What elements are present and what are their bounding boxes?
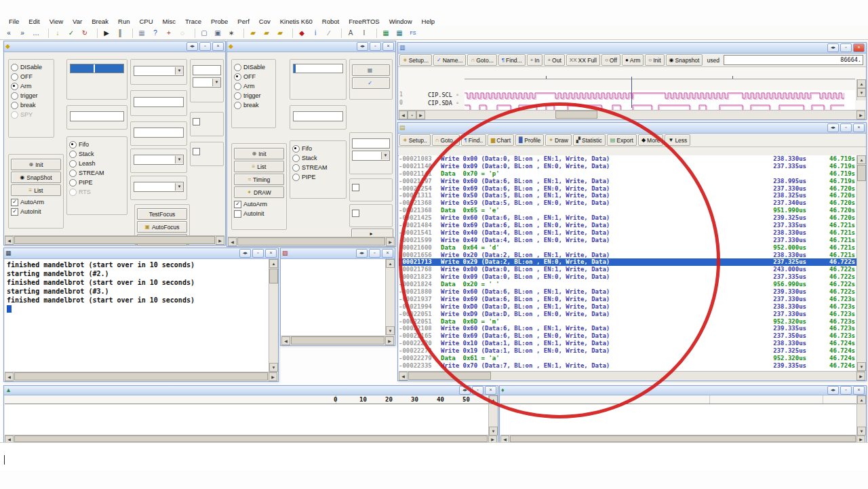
letter-i-icon[interactable]: I — [358, 27, 370, 39]
canalyzer-state-trigger[interactable]: trigger — [9, 91, 54, 100]
nav-back-icon[interactable]: « — [3, 27, 15, 39]
horizontal-scrollbar[interactable]: ◀ ▶ — [5, 235, 224, 244]
access-dropdown[interactable]: ▼ — [134, 66, 184, 76]
scroll-up-icon[interactable]: ▲ — [386, 259, 395, 268]
protocol-row[interactable]: -00021713Write 0x29 (Data:2, BL:on , EN:… — [399, 258, 856, 266]
ciprobe-state-break[interactable]: break — [232, 100, 275, 110]
window-maximize-button[interactable]: ▫ — [252, 249, 264, 258]
protocol-more-button[interactable]: ◆More — [638, 134, 664, 146]
horizontal-scrollbar[interactable]: ◀ ▶ — [5, 435, 497, 442]
protocol-row[interactable]: -00021484Write 0x69 (Data:6, BL:on , EN:… — [399, 222, 856, 229]
window-list-icon[interactable]: ▢ — [198, 27, 210, 39]
window-maximize-button[interactable]: ▫ — [840, 386, 852, 395]
ciprobe-draw-button[interactable]: ✦DRAW — [234, 187, 284, 198]
scroll-up-icon[interactable]: ▲ — [269, 259, 278, 268]
scrollbar-thumb[interactable] — [14, 435, 488, 442]
tdelay-field[interactable] — [193, 65, 221, 75]
window-dock-button[interactable]: ◂▸ — [827, 123, 839, 132]
scrollbar-thumb[interactable] — [510, 435, 856, 442]
timing-arm-button[interactable]: ●Arm — [622, 54, 644, 66]
ciprobe-titlebar[interactable]: ◆ ◂▸▫× — [227, 41, 395, 52]
protocol-row[interactable]: -00021425Write 0x60 (Data:6, BL:on , EN:… — [399, 214, 856, 222]
canalyzer-list-button[interactable]: ≡List — [11, 184, 61, 196]
menu-item-cov[interactable]: Cov — [254, 17, 275, 26]
canalyzer-mode-fifo[interactable]: Fifo — [67, 140, 127, 149]
canalyzer-state-break[interactable]: break — [9, 100, 54, 110]
canalyzer-mode-leash[interactable]: Leash — [67, 159, 127, 168]
nav-forward-icon[interactable]: » — [16, 27, 28, 39]
name-button[interactable]: ✓ — [352, 77, 390, 89]
scroll-left-icon[interactable]: ◀ — [281, 336, 290, 345]
protocol-row[interactable]: -00022220Write 0x10 (Data:1, BL:on , EN:… — [399, 340, 856, 347]
timing-titlebar[interactable]: ▥ ◂▸▫× — [398, 43, 866, 54]
menu-item-kinetis-k60[interactable]: Kinetis K60 — [275, 17, 317, 26]
canalyzer-state-arm[interactable]: Arm — [9, 81, 54, 91]
fs-icon[interactable]: FS — [407, 27, 419, 39]
tdelay-field[interactable] — [352, 138, 390, 149]
window-dock-button[interactable]: ◂▸ — [827, 43, 839, 52]
window-dock-button[interactable]: ◂▸ — [827, 386, 839, 395]
menu-item-window[interactable]: Window — [384, 17, 417, 26]
varwatch-icon[interactable]: + — [163, 27, 175, 39]
window-maximize-button[interactable]: ▫ — [369, 249, 380, 258]
scroll-right-icon[interactable]: ▶ — [385, 336, 394, 345]
window-close-button[interactable]: × — [212, 42, 224, 51]
trace-cursor-line[interactable] — [631, 77, 632, 108]
tout-busa-checkbox[interactable] — [350, 208, 392, 218]
scroll-right2-icon[interactable]: ▶ — [856, 111, 865, 119]
protocol-row[interactable]: -00021368Write 0x59 (Data:5, BL:on , EN:… — [399, 199, 856, 207]
tselect-busa-checkbox[interactable] — [350, 182, 392, 192]
protocol-row[interactable]: -00022051Data 0x6D = 'm'952.320us46.723s — [399, 318, 856, 326]
ciprobe-list-button[interactable]: ≡List — [234, 161, 284, 172]
scrollbar-thumb[interactable] — [237, 237, 385, 246]
command-line-area[interactable] — [0, 442, 868, 470]
canalyzer-state-disable[interactable]: DISable — [9, 62, 54, 72]
window-dock-button[interactable]: ◂▸ — [357, 42, 368, 51]
canalyzer-autoinit-checkbox[interactable]: ✓AutoInit — [9, 207, 63, 216]
ciprobe-autoinit-checkbox[interactable]: AutoInit — [232, 209, 286, 218]
window-close-button[interactable]: × — [853, 386, 865, 395]
horizontal-scrollbar[interactable]: ◀ ▶ — [399, 371, 865, 380]
protocol-setup-button[interactable]: ∗Setup.. — [399, 134, 431, 146]
ciprobe-state-trigger[interactable]: trigger — [232, 91, 275, 100]
threshold-dropdown[interactable]: ▼ — [134, 155, 184, 165]
protocol-profile-button[interactable]: ▉Profile — [515, 134, 544, 146]
timing-off-button[interactable]: ○Off — [601, 54, 620, 66]
scrollbar-thumb[interactable] — [14, 372, 268, 380]
timing-find-button[interactable]: ¶Find... — [498, 54, 526, 66]
canalyzer-testfocus-button[interactable]: TestFocus — [137, 208, 187, 220]
ciprobe-mode-fifo[interactable]: Fifo — [290, 144, 346, 153]
protocol-goto-button[interactable]: ∩Goto.. — [432, 134, 460, 146]
window-dock-button[interactable]: ◂▸ — [356, 249, 368, 258]
ciprobe-state-arm[interactable]: Arm — [232, 81, 275, 91]
protocol-row[interactable]: -00021311Write 0x50 (Data:5, BL:on , EN:… — [399, 192, 856, 199]
scroll-left-icon[interactable]: ◀ — [228, 237, 237, 246]
scroll-left-icon[interactable]: ◀ — [399, 111, 408, 119]
timing-out-button[interactable]: +Out — [544, 54, 564, 66]
protocol-row[interactable]: -00022279Data 0x61 = 'a'952.320us46.724s — [399, 355, 856, 362]
menu-item-perf[interactable]: Perf — [233, 17, 254, 26]
menu-item-cpu[interactable]: CPU — [134, 17, 157, 26]
scroll-right-icon[interactable]: ▶ — [386, 237, 395, 246]
menu-item-misc[interactable]: Misc — [158, 17, 181, 26]
window-dock-button[interactable]: ◂▸ — [186, 42, 198, 51]
protocol-row[interactable]: -00021083Write 0x00 (Data:0, BL:on , EN:… — [399, 155, 856, 163]
canalyzer-mode-pipe[interactable]: PIPE — [67, 178, 127, 187]
termination-dropdown[interactable]: ▼ — [134, 182, 184, 192]
break-pause-icon[interactable]: ║ — [114, 27, 126, 39]
canalyzer-init-button[interactable]: ⊕Init — [11, 159, 61, 170]
protocol-draw-button[interactable]: ✦Draw — [545, 134, 572, 146]
scroll-right-icon[interactable]: ▶ — [216, 236, 224, 245]
letter-a-icon[interactable]: A — [344, 27, 357, 39]
canalyzer-titlebar[interactable]: ◆ ◂▸▫× — [4, 41, 225, 52]
tout-busa-checkbox[interactable] — [191, 146, 223, 156]
protocol-row[interactable]: -00021368Data 0x65 = 'e'951.990us46.720s — [399, 207, 856, 214]
protocol-row[interactable]: -00022278Write 0x19 (Data:1, BL:on , EN:… — [399, 347, 856, 355]
horizontal-scrollbar[interactable]: ◀ ▪ ▶ ▶ — [399, 110, 865, 119]
size-field[interactable] — [70, 111, 124, 121]
scroll-down-icon[interactable]: ▼ — [857, 88, 866, 97]
protocol-row[interactable]: -00022051Write 0xD9 (Data:D, BL:on , EN:… — [399, 311, 856, 318]
ok-check-icon[interactable]: ✓ — [65, 27, 77, 39]
menu-item-freertos[interactable]: FreeRTOS — [344, 17, 384, 26]
ciprobe-mode-stream[interactable]: STREAM — [290, 163, 346, 172]
